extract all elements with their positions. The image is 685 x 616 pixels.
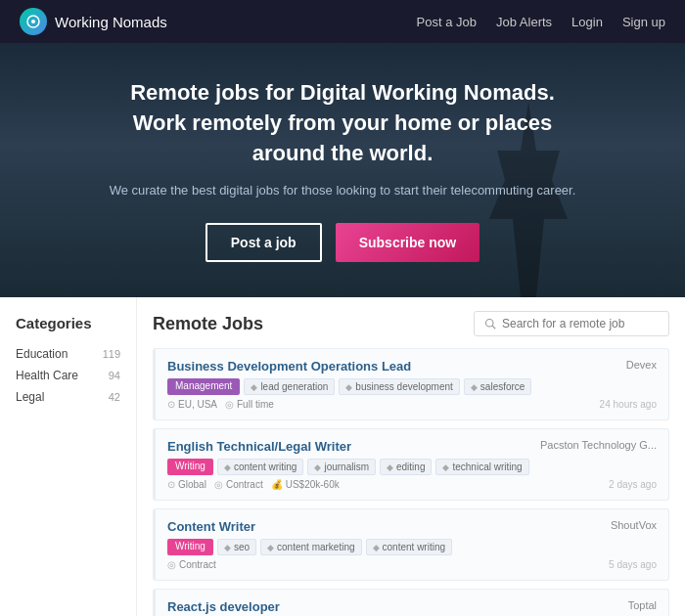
job-meta: ◎ Contract 5 days ago (167, 559, 657, 570)
job-tag: ◆ content marketing (260, 539, 362, 555)
category-count: 42 (109, 391, 120, 403)
brand-name: Working Nomads (55, 14, 167, 30)
nav-signup[interactable]: Sign up (622, 15, 665, 29)
job-company: Devex (626, 359, 657, 371)
hero-heading: Remote jobs for Digital Working Nomads.W… (110, 78, 576, 168)
sidebar-title: Categories (16, 315, 120, 331)
jobs-header: Remote Jobs (153, 311, 669, 336)
job-meta: ⊙ Global◎ Contract💰 US$20k-60k 2 days ag… (167, 479, 657, 490)
hero-buttons: Post a job Subscribe now (110, 223, 576, 262)
category-label: Education (16, 347, 68, 361)
hero-content: Remote jobs for Digital Working Nomads.W… (110, 78, 576, 261)
jobs-title: Remote Jobs (153, 314, 263, 334)
job-company: Pacston Technology G... (540, 439, 657, 451)
jobs-section: Remote Jobs Business Development Operati… (137, 297, 685, 616)
navbar: Working Nomads Post a Job Job Alerts Log… (0, 0, 685, 43)
job-tag: ◆ technical writing (435, 459, 528, 475)
categories-list: Education119Health Care94Legal42 (16, 343, 120, 408)
sidebar-item-education[interactable]: Education119 (16, 343, 120, 365)
job-tags: Writing◆ seo◆ content marketing◆ content… (167, 539, 657, 555)
search-icon (484, 318, 496, 330)
job-meta-left: ◎ Contract (167, 559, 216, 570)
brand: Working Nomads (20, 8, 417, 35)
job-category-tag: Management (167, 378, 240, 395)
svg-point-2 (486, 320, 494, 328)
category-count: 119 (103, 348, 120, 360)
job-meta: ⊙ EU, USA◎ Full time 24 hours ago (167, 399, 657, 410)
job-title[interactable]: Business Development Operations Lead (167, 359, 411, 374)
logo-icon (20, 8, 47, 35)
job-time: 2 days ago (609, 479, 657, 490)
job-card: React.js developer Toptal Development◆ r… (153, 589, 669, 616)
job-time: 24 hours ago (600, 399, 657, 410)
job-meta-left: ⊙ EU, USA◎ Full time (167, 399, 274, 410)
job-card-header: Content Writer ShoutVox (167, 519, 657, 534)
job-card: English Technical/Legal Writer Pacston T… (153, 428, 669, 501)
job-tag: ◆ seo (217, 539, 256, 555)
job-meta-item: ⊙ EU, USA (167, 399, 217, 410)
job-card-header: Business Development Operations Lead Dev… (167, 359, 657, 374)
job-meta-item: ◎ Contract (167, 559, 216, 570)
search-input[interactable] (502, 317, 659, 330)
job-card-header: English Technical/Legal Writer Pacston T… (167, 439, 657, 454)
job-meta-item: ◎ Contract (214, 479, 263, 490)
category-count: 94 (109, 370, 120, 381)
job-card-header: React.js developer Toptal (167, 599, 657, 614)
job-tag: ◆ journalism (307, 459, 376, 475)
job-tag: ◆ editing (380, 459, 432, 475)
navbar-links: Post a Job Job Alerts Login Sign up (417, 15, 665, 29)
sidebar-item-health-care[interactable]: Health Care94 (16, 365, 120, 386)
job-tag: ◆ business development (339, 378, 460, 395)
job-title[interactable]: Content Writer (167, 519, 255, 534)
job-tags: Management◆ lead generation◆ business de… (167, 378, 657, 395)
job-tag: ◆ content writing (366, 539, 452, 555)
job-meta-item: ◎ Full time (225, 399, 274, 410)
job-meta-item: ⊙ Global (167, 479, 206, 490)
nav-post-job[interactable]: Post a Job (417, 15, 477, 29)
sidebar: Categories Education119Health Care94Lega… (0, 297, 137, 616)
hero-subtext: We curate the best digital jobs for thos… (110, 181, 576, 201)
sidebar-item-legal[interactable]: Legal42 (16, 386, 120, 408)
svg-point-1 (31, 20, 35, 23)
job-meta-item: 💰 US$20k-60k (271, 479, 340, 490)
job-tag: ◆ lead generation (244, 378, 335, 395)
job-time: 5 days ago (609, 559, 657, 570)
job-company: Toptal (628, 599, 657, 611)
job-tag: ◆ salesforce (464, 378, 532, 395)
job-category-tag: Writing (167, 459, 213, 475)
post-job-button[interactable]: Post a job (206, 223, 322, 262)
hero-section: Remote jobs for Digital Working Nomads.W… (0, 43, 685, 297)
job-category-tag: Writing (167, 539, 213, 555)
job-card: Content Writer ShoutVox Writing◆ seo◆ co… (153, 508, 669, 581)
search-box[interactable] (474, 311, 669, 336)
job-tag: ◆ content writing (217, 459, 303, 475)
svg-line-3 (492, 326, 495, 329)
nav-login[interactable]: Login (571, 15, 603, 29)
category-label: Legal (16, 390, 44, 404)
job-meta-left: ⊙ Global◎ Contract💰 US$20k-60k (167, 479, 340, 490)
nav-job-alerts[interactable]: Job Alerts (496, 15, 552, 29)
main-content: Categories Education119Health Care94Lega… (0, 297, 685, 616)
job-card: Business Development Operations Lead Dev… (153, 348, 669, 420)
job-company: ShoutVox (611, 519, 657, 531)
jobs-list: Business Development Operations Lead Dev… (153, 348, 669, 616)
job-tags: Writing◆ content writing◆ journalism◆ ed… (167, 459, 657, 475)
subscribe-button[interactable]: Subscribe now (336, 223, 480, 262)
job-title[interactable]: English Technical/Legal Writer (167, 439, 351, 454)
category-label: Health Care (16, 369, 78, 382)
job-title[interactable]: React.js developer (167, 599, 280, 614)
